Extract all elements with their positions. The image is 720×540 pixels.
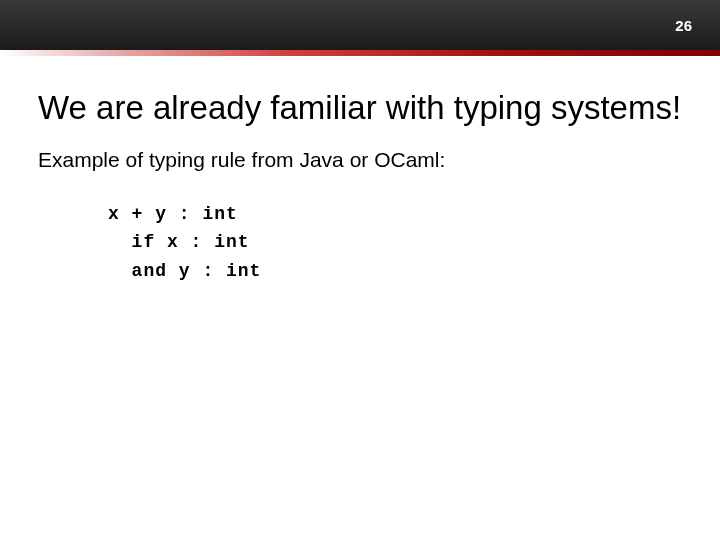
slide-title: We are already familiar with typing syst… bbox=[38, 88, 682, 128]
slide-content: We are already familiar with typing syst… bbox=[0, 56, 720, 318]
header-bar: 26 bbox=[0, 0, 720, 50]
code-example: x + y : int if x : int and y : int bbox=[108, 200, 682, 286]
page-number: 26 bbox=[675, 17, 692, 34]
slide-subtitle: Example of typing rule from Java or OCam… bbox=[38, 148, 682, 172]
